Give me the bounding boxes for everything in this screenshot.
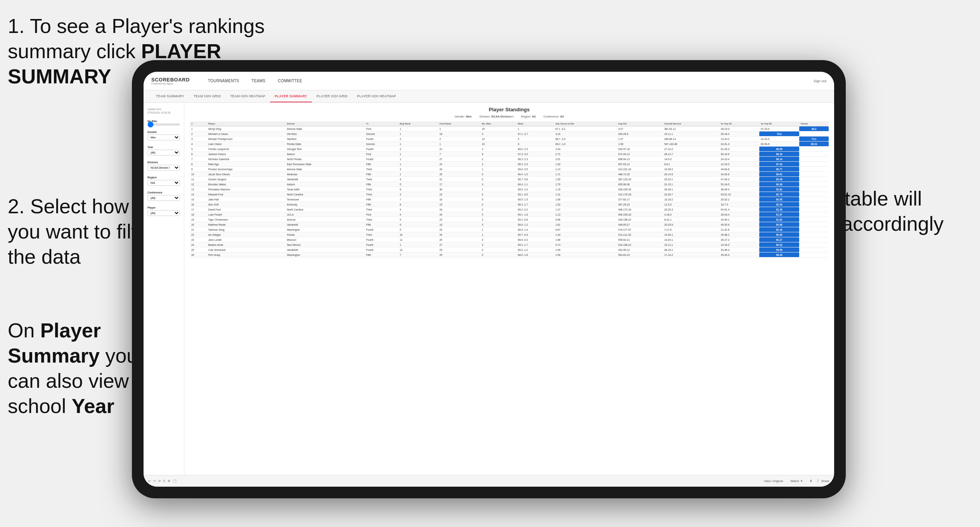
undo-icon[interactable]: ↩	[148, 479, 151, 483]
table-cell-0-6: 15	[480, 126, 516, 131]
table-cell-1-9: 440-26-6	[617, 131, 663, 137]
bottom-bar: ↩ ↪ ⟳ ⎘ ⚙ 🕐 View: Original Watch ▾ ⬇ ⤴ S…	[144, 475, 834, 487]
table-cell-24-7: 69.3 -1.2	[516, 247, 554, 252]
table-cell-14-9: 377-82-17	[617, 197, 663, 202]
bottom-bar-icons: ↩ ↪ ⟳ ⎘ ⚙ 🕐	[148, 479, 177, 483]
table-cell-10-3: Third	[365, 177, 398, 182]
table-cell-1-12: 78.2	[759, 131, 799, 137]
export-icon[interactable]: ⬇	[810, 479, 812, 483]
table-cell-4-5: 21	[438, 147, 480, 152]
table-cell-15-1: Alex Goff	[207, 202, 286, 207]
player-select[interactable]: (All)	[147, 210, 180, 216]
table-cell-14-1: Jake Hall	[207, 197, 286, 202]
region-select[interactable]: N/A	[147, 180, 180, 186]
table-cell-12-7: 69.0 -1.0	[516, 187, 554, 192]
table-row: 10Jacob Skov-OlesenArkansasFifth125068.4…	[190, 172, 829, 177]
table-cell-1-6: 0	[480, 131, 516, 137]
table-cell-19-6: 5	[480, 222, 516, 227]
sub-nav-team-h2h-heatmap[interactable]: TEAM H2H HEATMAP	[225, 90, 270, 102]
table-cell-8-8: 1.14	[554, 167, 617, 172]
table-row: 1Wenyi DingArizona StateFirst1115167.1 -…	[190, 126, 829, 131]
table-cell-3-2: Florida State	[285, 142, 364, 147]
table-cell-19-4: 6	[398, 222, 438, 227]
clock-icon[interactable]: 🕐	[173, 479, 177, 483]
no-rds-slider[interactable]	[147, 124, 180, 125]
table-cell-10-2: Vanderbilt	[285, 177, 364, 182]
table-cell-13-2: North Carolina	[285, 192, 364, 197]
table-cell-7-2: East Tennessee State	[285, 162, 364, 167]
table-cell-17-8: 1.13	[554, 212, 617, 217]
table-cell-6-10: 14-5-3	[663, 157, 719, 162]
table-cell-19-10: 20-25-9	[663, 222, 719, 227]
sub-nav-player-h2h-grid[interactable]: PLAYER H2H GRID	[312, 90, 352, 102]
table-cell-17-3: First	[365, 212, 398, 217]
table-cell-5-0: 6	[190, 152, 207, 157]
conference-select[interactable]: (All)	[147, 195, 180, 201]
table-cell-21-12: 60.69	[759, 232, 799, 237]
table-cell-12-8: 1.15	[554, 187, 617, 192]
table-cell-8-3: Third	[365, 167, 398, 172]
refresh-icon[interactable]: ⟳	[158, 479, 161, 483]
table-cell-3-7: 0	[516, 142, 554, 147]
table-cell-0-11: 28-15-0	[719, 126, 759, 131]
table-cell-18-6: 2	[480, 217, 516, 222]
table-cell-10-5: 21	[438, 177, 480, 182]
settings-icon[interactable]: ⚙	[168, 479, 170, 483]
table-cell-7-6: 2	[480, 162, 516, 167]
table-cell-11-3: Fifth	[365, 182, 398, 187]
table-cell-22-12: 60.27	[759, 237, 799, 242]
sub-nav-team-h2h-grid[interactable]: TEAM H2H GRID	[189, 90, 226, 102]
table-cell-13-0: 14	[190, 192, 207, 197]
copy-icon[interactable]: ⎘	[163, 479, 165, 483]
table-cell-21-6: 1	[480, 232, 516, 237]
table-cell-6-11: 24-10-4	[719, 157, 759, 162]
sign-out-link[interactable]: Sign out	[814, 79, 826, 83]
gender-select[interactable]: Men	[147, 135, 180, 140]
year-select[interactable]: (All)	[147, 150, 180, 156]
table-cell-22-4: 11	[398, 237, 438, 242]
table-cell-17-7: 69.1 -1.8	[516, 212, 554, 217]
table-cell-13-8: 1.41	[554, 192, 617, 197]
table-cell-1-1: Michael Le Sasso	[207, 131, 286, 137]
table-cell-7-10: 8-6-1	[663, 162, 719, 167]
view-original-label[interactable]: View: Original	[764, 479, 783, 483]
redo-icon[interactable]: ↪	[153, 479, 156, 483]
division-select[interactable]: NCAA Division I	[147, 165, 180, 171]
table-cell-22-10: 14-20-1	[663, 237, 719, 242]
table-cell-9-11: 44-26-6	[719, 172, 759, 177]
table-cell-5-7: 67.3 -3.0	[516, 152, 554, 157]
table-cell-12-4: 6	[398, 187, 438, 192]
table-cell-11-7: 68.4 -1.1	[516, 182, 554, 187]
table-row: 14Maxwell FordNorth CarolinaThird323069.…	[190, 192, 829, 197]
table-cell-25-6: 0	[480, 252, 516, 257]
sub-nav-player-h2h-heatmap[interactable]: PLAYER H2H HEATMAP	[352, 90, 401, 102]
watch-dropdown-icon[interactable]: ▾	[801, 479, 802, 483]
nav-committee[interactable]: COMMITTEE	[275, 77, 305, 85]
table-cell-5-10: 28-12-7	[663, 152, 719, 157]
table-cell-20-2: Washington	[285, 227, 364, 232]
table-cell-5-4: 1	[398, 152, 438, 157]
watch-label[interactable]: Watch	[790, 479, 799, 483]
filter-conference: Conference: All	[544, 115, 564, 118]
table-cell-3-12: 63-54-6	[759, 142, 799, 147]
table-cell-4-8: 2.34	[554, 147, 617, 152]
sub-nav-team-summary[interactable]: TEAM SUMMARY	[151, 90, 189, 102]
table-cell-23-11: 19-16-0	[719, 242, 759, 247]
table-cell-20-11: 21-42-8	[719, 227, 759, 232]
nav-tournaments[interactable]: TOURNAMENTS	[206, 77, 241, 85]
share-icon[interactable]: ⤴	[817, 479, 819, 483]
nav-teams[interactable]: TEAMS	[249, 77, 268, 85]
table-cell-10-1: Gordon Sargent	[207, 177, 286, 182]
table-row: 11Gordon SargentVanderbiltThird421068.7 …	[190, 177, 829, 182]
table-cell-8-0: 9	[190, 167, 207, 172]
table-cell-25-2: Washington	[285, 252, 364, 257]
sub-nav-player-summary[interactable]: PLAYER SUMMARY	[270, 90, 312, 102]
table-cell-2-7: 0	[516, 137, 554, 142]
table-title: Player Standings	[190, 107, 829, 112]
table-cell-24-11: 33-38-4	[719, 247, 759, 252]
table-row: 20Matthew RiedelVanderbiltFifth618568.6 …	[190, 222, 829, 227]
table-cell-21-8: 1.43	[554, 232, 617, 237]
table-cell-13-4: 3	[398, 192, 438, 197]
table-cell-0-1: Wenyi Ding	[207, 126, 286, 131]
share-label[interactable]: Share	[821, 479, 829, 483]
